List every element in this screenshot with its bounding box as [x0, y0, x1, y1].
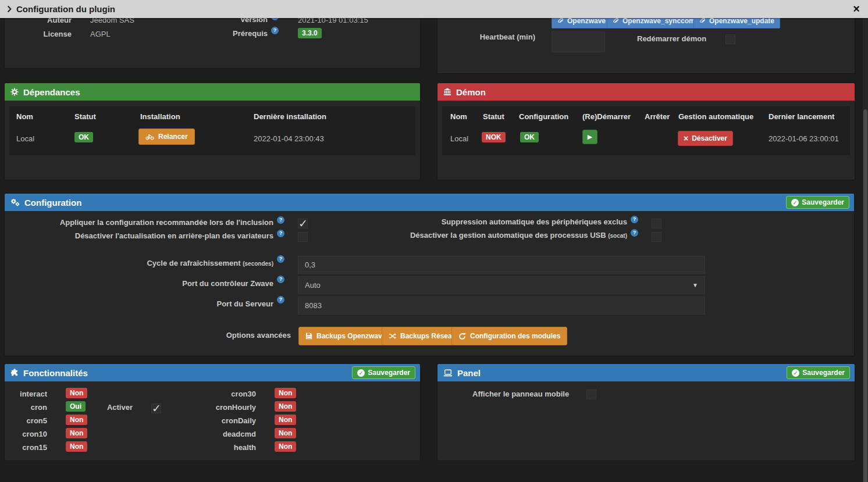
- feature-deadcmd-label: deadcmd: [150, 430, 256, 438]
- feature-cron-label: cron: [5, 403, 47, 412]
- feature-cronhourly-label: cronHourly: [150, 403, 256, 412]
- restart-daemon-checkbox[interactable]: [725, 34, 735, 44]
- feature-cron15-label: cron15: [5, 443, 47, 452]
- toggle-disable-refresh-label: Désactiver l'actualisation en arrière-pl…: [40, 231, 273, 240]
- save-icon: [305, 333, 312, 340]
- question-icon: ?: [277, 296, 284, 304]
- toggle-auto-remove-checkbox[interactable]: [652, 219, 661, 228]
- restart-daemon-label: Redémarrer démon: [637, 34, 706, 43]
- feature-cronhourly-badge: Non: [275, 401, 296, 412]
- start-daemon-button[interactable]: ▶: [582, 130, 597, 144]
- toggle-auto-remove-label: Suppression automatique des périphérique…: [354, 217, 627, 226]
- dialog-title: Configuration du plugin: [16, 4, 115, 14]
- mobile-panel-checkbox[interactable]: [586, 390, 596, 399]
- x-icon: ×: [684, 135, 688, 142]
- configuration-title: Configuration: [24, 198, 81, 208]
- daemon-title: Démon: [456, 87, 486, 97]
- feature-crondaily-label: cronDaily: [150, 416, 256, 425]
- check-circle-icon: ✓: [357, 369, 365, 377]
- server-port-input[interactable]: 8083: [298, 297, 705, 315]
- question-icon: ?: [271, 27, 279, 34]
- feature-cron10-label: cron10: [5, 430, 47, 438]
- gear-icon: [10, 88, 19, 96]
- question-icon: ?: [277, 230, 284, 237]
- license-value: AGPL: [90, 30, 111, 38]
- daemon-config-badge: OK: [520, 132, 539, 142]
- disable-auto-button[interactable]: × Désactiver: [678, 131, 733, 146]
- license-label: License: [5, 30, 72, 38]
- feature-interact-badge: Non: [66, 388, 87, 398]
- feature-cron5-badge: Non: [66, 415, 87, 425]
- laptop-icon: [443, 369, 453, 377]
- question-icon: ?: [631, 229, 638, 237]
- dependencies-table: Nom Statut Installation Dernière install…: [9, 106, 415, 155]
- close-icon[interactable]: ×: [853, 2, 860, 16]
- play-icon: ▶: [588, 133, 592, 141]
- feature-deadcmd-badge: Non: [275, 428, 296, 438]
- daemon-status-badge: NOK: [482, 132, 506, 142]
- feature-interact-label: interact: [5, 390, 47, 398]
- check-circle-icon: ✓: [792, 369, 799, 377]
- relaunch-button[interactable]: Relancer: [138, 128, 195, 145]
- dialog-header: Configuration du plugin ×: [0, 0, 868, 18]
- advanced-options-label: Options avancées: [40, 331, 291, 340]
- scrollbar-track[interactable]: [863, 18, 868, 482]
- feature-cron5-label: cron5: [5, 416, 47, 425]
- heartbeat-input[interactable]: [552, 31, 605, 52]
- feature-cron10-badge: Non: [66, 428, 87, 438]
- question-icon: ?: [277, 255, 284, 263]
- save-panel-button[interactable]: ✓ Sauvegarder: [787, 366, 850, 379]
- refresh-cycle-input[interactable]: 0,3: [298, 256, 705, 274]
- backups-openzwave-button[interactable]: Backups Openzwave: [298, 327, 393, 345]
- paperclip-icon: [613, 18, 619, 24]
- server-port-label: Port du Serveur: [40, 299, 273, 308]
- motorcycle-icon: [145, 134, 154, 140]
- daemon-last-launch: 2022-01-06 23:00:01: [769, 134, 839, 143]
- feature-cron30-label: cron30: [150, 390, 256, 398]
- mobile-panel-label: Afficher le panneau mobile: [472, 390, 569, 398]
- toggle-disable-refresh-checkbox[interactable]: [298, 232, 308, 242]
- feature-cron30-badge: Non: [275, 388, 296, 398]
- prerequisite-label: Prérequis: [179, 29, 268, 38]
- features-panel: Fonctionnalités ✓ Sauvegarder interact N…: [4, 363, 421, 461]
- modules-config-button[interactable]: Configuration des modules: [451, 327, 567, 345]
- question-icon: ?: [277, 216, 284, 224]
- heartbeat-label: Heartbeat (min): [437, 33, 535, 41]
- toggle-disable-usb-checkbox[interactable]: [652, 232, 661, 242]
- dependencies-title: Dépendances: [23, 87, 80, 97]
- bank-icon: [443, 88, 451, 96]
- puzzle-icon: [10, 369, 19, 377]
- feature-health-label: health: [150, 443, 256, 452]
- toggle-apply-config-label: Appliquer la configuration recommandée l…: [40, 218, 273, 227]
- save-features-button[interactable]: ✓ Sauvegarder: [352, 366, 415, 379]
- check-circle-icon: ✓: [791, 199, 799, 206]
- dependency-name: Local: [16, 134, 34, 143]
- features-title: Fonctionnalités: [23, 368, 88, 378]
- feature-health-badge: Non: [275, 441, 296, 452]
- zwave-port-select[interactable]: Auto ▼: [298, 276, 705, 294]
- chevron-right-icon: [7, 5, 12, 13]
- shuffle-icon: [389, 333, 396, 340]
- refresh-icon: [458, 333, 466, 340]
- configuration-panel: Configuration ✓ Sauvegarder Appliquer la…: [4, 193, 855, 356]
- zwave-port-label: Port du contrôleur Zwave: [40, 279, 273, 288]
- panel-title: Panel: [457, 368, 481, 378]
- panel-section: Panel ✓ Sauvegarder Afficher le panneau …: [437, 363, 855, 461]
- caret-down-icon: ▼: [692, 282, 698, 288]
- daemon-table: Nom Statut Configuration (Re)Démarrer Ar…: [442, 106, 850, 155]
- paperclip-icon: [557, 18, 564, 24]
- feature-cron15-badge: Non: [66, 441, 87, 452]
- feature-cron-badge: Oui: [66, 401, 86, 412]
- paperclip-icon: [699, 18, 706, 24]
- toggle-apply-config-checkbox[interactable]: ✓: [298, 219, 308, 228]
- question-icon: ?: [631, 216, 638, 223]
- refresh-cycle-label: Cycle de rafraîchissement (secondes): [40, 259, 273, 267]
- dependencies-panel: Dépendances Nom Statut Installation Dern…: [4, 83, 421, 180]
- scrollbar-thumb[interactable]: [863, 109, 867, 482]
- check-icon: ✓: [298, 217, 308, 230]
- question-icon: ?: [277, 276, 284, 283]
- save-configuration-button[interactable]: ✓ Sauvegarder: [786, 196, 849, 209]
- toggle-disable-usb-label: Désactiver la gestion automatique des pr…: [354, 231, 627, 240]
- activate-label: Activer: [92, 403, 133, 412]
- dependency-last-install: 2022-01-04 23:00:43: [254, 134, 324, 143]
